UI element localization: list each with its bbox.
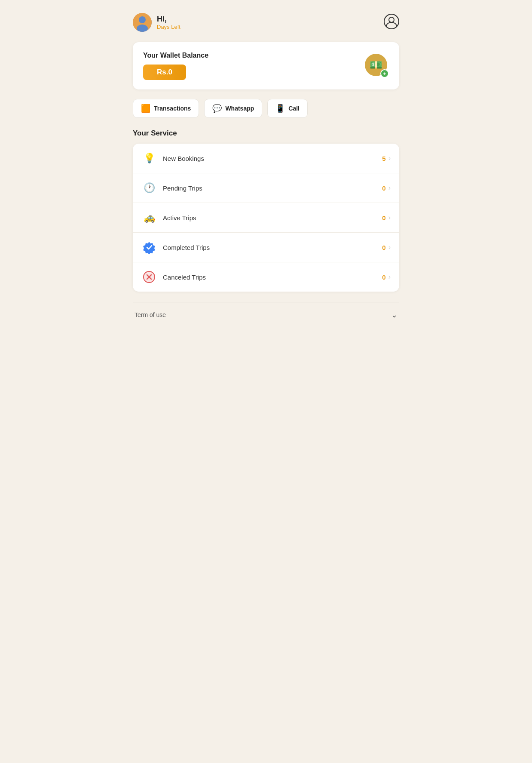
transactions-button[interactable]: 🟧 Transactions bbox=[133, 99, 199, 118]
whatsapp-button[interactable]: 💬 Whatsapp bbox=[204, 99, 262, 118]
app-container: Hi, Days Left Your Wallet Balance Rs.0 bbox=[124, 0, 408, 763]
add-badge: + bbox=[380, 69, 389, 78]
action-row: 🟧 Transactions 💬 Whatsapp 📱 Call bbox=[133, 99, 399, 118]
service-row-active-trips[interactable]: 🚕 Active Trips 0 › bbox=[133, 203, 399, 233]
page-wrapper: Hi, Days Left Your Wallet Balance Rs.0 bbox=[0, 0, 532, 763]
new-bookings-icon: 💡 bbox=[141, 151, 157, 166]
days-left-text: Days Left bbox=[157, 24, 180, 30]
new-bookings-count: 5 bbox=[382, 155, 385, 162]
wallet-label: Your Wallet Balance bbox=[143, 52, 208, 59]
call-button[interactable]: 📱 Call bbox=[267, 99, 308, 118]
service-row-new-bookings[interactable]: 💡 New Bookings 5 › bbox=[133, 144, 399, 173]
canceled-trips-label: Canceled Trips bbox=[163, 274, 382, 281]
canceled-trips-icon bbox=[141, 269, 157, 285]
avatar-svg bbox=[133, 13, 152, 32]
wallet-info: Your Wallet Balance Rs.0 bbox=[143, 52, 208, 80]
pending-trips-label: Pending Trips bbox=[163, 185, 382, 192]
verified-badge-icon bbox=[143, 241, 156, 254]
new-bookings-label: New Bookings bbox=[163, 155, 382, 162]
term-of-use-chevron: ⌄ bbox=[391, 310, 397, 320]
service-section-title: Your Service bbox=[133, 129, 399, 138]
active-trips-label: Active Trips bbox=[163, 214, 382, 222]
pending-trips-icon: 🕐 bbox=[141, 180, 157, 196]
transactions-icon: 🟧 bbox=[141, 104, 150, 113]
service-card: 💡 New Bookings 5 › 🕐 Pending Trips 0 › 🚕… bbox=[133, 144, 399, 292]
wallet-balance-text: Rs.0 bbox=[157, 68, 172, 76]
header-text: Hi, Days Left bbox=[157, 15, 180, 30]
canceled-trips-chevron: › bbox=[388, 273, 391, 281]
wallet-card: Your Wallet Balance Rs.0 💵 + bbox=[133, 42, 399, 89]
active-trips-chevron: › bbox=[388, 214, 391, 222]
transactions-label: Transactions bbox=[154, 105, 191, 112]
canceled-trips-count: 0 bbox=[382, 274, 385, 281]
active-trips-icon: 🚕 bbox=[141, 210, 157, 225]
whatsapp-label: Whatsapp bbox=[225, 105, 254, 112]
header-left: Hi, Days Left bbox=[133, 13, 180, 32]
svg-point-1 bbox=[139, 16, 146, 23]
term-of-use-label: Term of use bbox=[135, 311, 166, 318]
person-circle-icon bbox=[384, 14, 399, 29]
whatsapp-icon: 💬 bbox=[212, 104, 222, 113]
pending-trips-count: 0 bbox=[382, 185, 385, 192]
pending-trips-chevron: › bbox=[388, 184, 391, 192]
completed-trips-label: Completed Trips bbox=[163, 244, 382, 251]
svg-point-4 bbox=[389, 17, 394, 22]
new-bookings-chevron: › bbox=[388, 154, 391, 162]
profile-icon-button[interactable] bbox=[384, 14, 399, 31]
term-of-use-row[interactable]: Term of use ⌄ bbox=[133, 302, 399, 327]
cancel-circle-icon bbox=[143, 271, 156, 283]
completed-trips-chevron: › bbox=[388, 243, 391, 251]
service-row-pending-trips[interactable]: 🕐 Pending Trips 0 › bbox=[133, 173, 399, 203]
active-trips-count: 0 bbox=[382, 214, 385, 222]
service-row-completed-trips[interactable]: Completed Trips 0 › bbox=[133, 233, 399, 262]
completed-trips-count: 0 bbox=[382, 244, 385, 251]
avatar bbox=[133, 13, 152, 32]
greeting-text: Hi, bbox=[157, 15, 180, 24]
wallet-add-button[interactable]: 💵 + bbox=[365, 54, 389, 78]
completed-trips-icon bbox=[141, 240, 157, 255]
wallet-balance-pill: Rs.0 bbox=[143, 65, 186, 80]
header: Hi, Days Left bbox=[133, 13, 399, 32]
call-icon: 📱 bbox=[275, 104, 285, 113]
call-label: Call bbox=[288, 105, 300, 112]
service-row-canceled-trips[interactable]: Canceled Trips 0 › bbox=[133, 262, 399, 292]
